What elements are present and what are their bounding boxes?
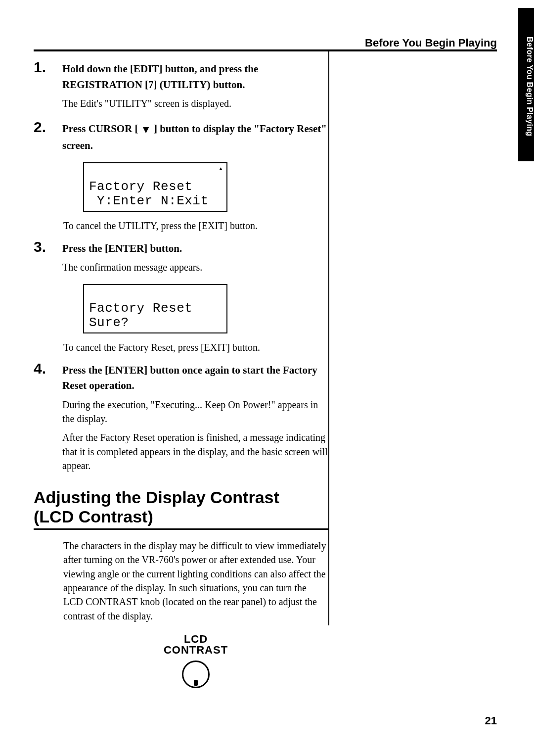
- lcd-contrast-diagram: LCD CONTRAST: [63, 634, 328, 688]
- step-description: The confirmation message appears.: [62, 260, 328, 274]
- step-description: The Edit's "UTILITY" screen is displayed…: [62, 96, 328, 110]
- lcd-contrast-label-line-2: CONTRAST: [164, 644, 228, 656]
- page-number: 21: [485, 714, 497, 727]
- cursor-down-icon: ▼: [141, 122, 151, 138]
- step-number: 4.: [34, 360, 62, 378]
- section-body: The characters in the display may be dif…: [63, 539, 328, 623]
- lcd-line-2: Sure?: [89, 315, 129, 330]
- lcd-screen-sure: Factory Reset Sure?: [83, 284, 227, 333]
- step-2: 2. Press CURSOR [ ▼ ] button to display …: [34, 118, 328, 157]
- step-number: 3.: [34, 238, 62, 256]
- running-header: Before You Begin Playing: [34, 37, 497, 49]
- steps-section: 1. Hold down the [EDIT] button, and pres…: [34, 58, 328, 688]
- step-4: 4. Press the [ENTER] button once again t…: [34, 360, 328, 478]
- step-title: Press the [ENTER] button.: [62, 241, 328, 257]
- header-rule: [34, 49, 497, 51]
- lcd-line-1: Factory Reset: [89, 179, 192, 194]
- lcd-contrast-label: LCD CONTRAST: [63, 634, 328, 656]
- vertical-rule: [328, 51, 329, 625]
- step-description: To cancel the UTILITY, press the [EXIT] …: [63, 219, 328, 233]
- step-3: 3. Press the [ENTER] button. The confirm…: [34, 238, 328, 280]
- knob-icon: [182, 661, 210, 688]
- lcd-line-2: Y:Enter N:Exit: [89, 193, 209, 208]
- step-1: 1. Hold down the [EDIT] button, and pres…: [34, 58, 328, 115]
- step-number: 1.: [34, 58, 62, 76]
- section-heading-line-1: Adjusting the Display Contrast: [34, 488, 279, 507]
- side-tab: Before You Begin Playing: [518, 8, 534, 161]
- lcd-up-arrow-icon: ▲: [219, 166, 222, 172]
- step-title: Press the [ENTER] button once again to s…: [62, 363, 328, 394]
- step-description: To cancel the Factory Reset, press [EXIT…: [63, 340, 328, 354]
- section-heading-line-2: (LCD Contrast): [34, 507, 153, 526]
- step-number: 2.: [34, 118, 62, 136]
- lcd-line-1: Factory Reset: [89, 301, 192, 316]
- section-underline: [34, 528, 328, 530]
- section-heading: Adjusting the Display Contrast (LCD Cont…: [34, 488, 328, 526]
- step-title-part-a: Press CURSOR [: [62, 123, 141, 135]
- step-title: Press CURSOR [ ▼ ] button to display the…: [62, 121, 328, 153]
- step-description: After the Factory Reset operation is fin…: [62, 430, 328, 472]
- step-description: During the execution, "Executing... Keep…: [62, 398, 328, 426]
- step-title: Hold down the [EDIT] button, and press t…: [62, 61, 328, 93]
- lcd-screen-factory-reset: Factory Reset▲ Y:Enter N:Exit: [83, 162, 227, 212]
